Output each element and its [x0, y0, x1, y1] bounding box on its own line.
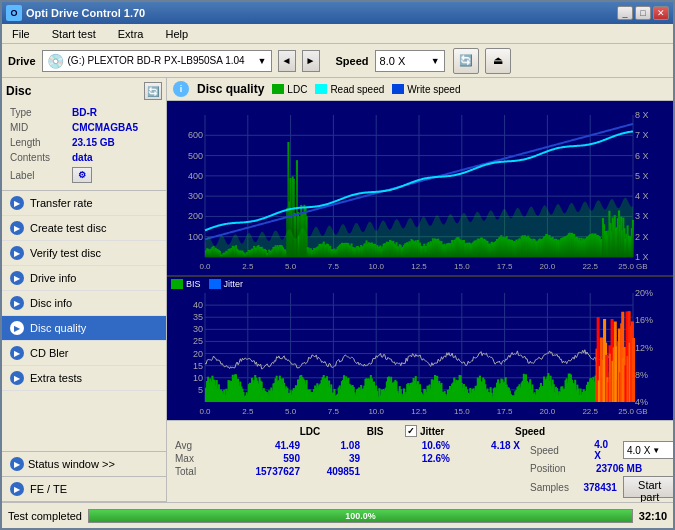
max-label: Max	[175, 453, 230, 464]
read-speed-label: Read speed	[330, 84, 384, 95]
nav-label-transfer-rate: Transfer rate	[30, 197, 93, 209]
nav-label-disc-quality: Disc quality	[30, 322, 86, 334]
samples-value: 378431	[583, 482, 616, 493]
chart-legend: LDC Read speed Write speed	[272, 84, 460, 95]
disc-refresh-button[interactable]: 🔄	[144, 82, 162, 100]
left-panel: Disc 🔄 Type BD-R MID CMCMAGBA5 Length 23…	[2, 78, 167, 502]
disc-info-table: Type BD-R MID CMCMAGBA5 Length 23.15 GB …	[6, 104, 162, 186]
avg-row: Avg 41.49 1.08 10.6% 4.18 X	[175, 439, 520, 452]
nav-item-verify-test-disc[interactable]: ▶ Verify test disc	[2, 241, 166, 266]
speed-value: 8.0 X	[380, 55, 429, 67]
nav-item-disc-info[interactable]: ▶ Disc info	[2, 291, 166, 316]
drive-info-icon: ▶	[10, 271, 24, 285]
drive-value: (G:) PLEXTOR BD-R PX-LB950SA 1.04	[68, 55, 254, 66]
nav-item-cd-bler[interactable]: ▶ CD Bler	[2, 341, 166, 366]
stats-body: Avg 41.49 1.08 10.6% 4.18 X Max 590 39 1…	[175, 439, 665, 498]
type-value: BD-R	[70, 106, 160, 119]
type-label: Type	[8, 106, 68, 119]
fe-te-label: FE / TE	[30, 483, 67, 495]
nav-label-verify-test-disc: Verify test disc	[30, 247, 101, 259]
avg-speed: 4.18 X	[450, 440, 520, 451]
speed-selector[interactable]: 8.0 X ▼	[375, 50, 445, 72]
titlebar: O Opti Drive Control 1.70 _ □ ✕	[2, 2, 673, 24]
menu-start-test[interactable]: Start test	[46, 26, 102, 42]
position-row: Position 23706 MB	[530, 463, 642, 474]
nav-item-transfer-rate[interactable]: ▶ Transfer rate	[2, 191, 166, 216]
maximize-button[interactable]: □	[635, 6, 651, 20]
read-speed-color	[315, 84, 327, 94]
nav-item-extra-tests[interactable]: ▶ Extra tests	[2, 366, 166, 391]
max-row: Max 590 39 12.6%	[175, 452, 520, 465]
length-label: Length	[8, 136, 68, 149]
disc-info-icon: ▶	[10, 296, 24, 310]
total-bis: 409851	[300, 466, 360, 477]
charts-area: BIS Jitter	[167, 101, 673, 420]
status-window-icon: ▶	[10, 457, 24, 471]
label-label: Label	[8, 166, 68, 184]
status-window-button[interactable]: ▶ Status window >>	[2, 452, 166, 477]
jitter-label: Jitter	[224, 279, 244, 289]
disc-title: Disc	[6, 84, 31, 98]
stats-headers: LDC BIS ✓ Jitter Speed	[175, 425, 665, 439]
main-content: Disc 🔄 Type BD-R MID CMCMAGBA5 Length 23…	[2, 78, 673, 502]
avg-jitter: 10.6%	[360, 440, 450, 451]
disc-label-button[interactable]: ⚙	[72, 167, 92, 183]
nav-label-disc-info: Disc info	[30, 297, 72, 309]
bis-color	[171, 279, 183, 289]
main-window: O Opti Drive Control 1.70 _ □ ✕ File Sta…	[0, 0, 675, 530]
minimize-button[interactable]: _	[617, 6, 633, 20]
close-button[interactable]: ✕	[653, 6, 669, 20]
menu-file[interactable]: File	[6, 26, 36, 42]
speed-label: Speed	[336, 55, 369, 67]
contents-label: Contents	[8, 151, 68, 164]
eject-button[interactable]: ⏏	[485, 48, 511, 74]
drive-label: Drive	[8, 55, 36, 67]
samples-row: Samples 378431 Start part	[530, 476, 673, 498]
nav-item-drive-info[interactable]: ▶ Drive info	[2, 266, 166, 291]
transfer-rate-icon: ▶	[10, 196, 24, 210]
speed-rs-value: 4.0 X	[594, 439, 617, 461]
drive-prev-button[interactable]: ◄	[278, 50, 296, 72]
jitter-color	[209, 279, 221, 289]
fe-te-item[interactable]: ▶ FE / TE	[2, 477, 166, 502]
speed-row: Speed 4.0 X 4.0 X ▼	[530, 439, 673, 461]
write-speed-color	[392, 84, 404, 94]
lower-chart-canvas	[167, 277, 673, 420]
bottom-bar: Test completed 100.0% 32:10	[2, 502, 673, 528]
speed-rs-label: Speed	[530, 445, 588, 456]
speed-header: Speed	[495, 426, 565, 437]
fe-te-icon: ▶	[10, 482, 24, 496]
nav-label-cd-bler: CD Bler	[30, 347, 69, 359]
max-ldc: 590	[230, 453, 300, 464]
chart-title: Disc quality	[197, 82, 264, 96]
total-row: Total 15737627 409851	[175, 465, 520, 478]
jitter-header: ✓ Jitter	[405, 425, 495, 437]
drive-next-button[interactable]: ►	[302, 50, 320, 72]
legend-write-speed: Write speed	[392, 84, 460, 95]
total-label: Total	[175, 466, 230, 477]
nav-item-disc-quality[interactable]: ▶ Disc quality	[2, 316, 166, 341]
max-jitter: 12.6%	[360, 453, 450, 464]
start-part-button[interactable]: Start part	[623, 476, 673, 498]
drive-icon: 💿	[47, 53, 64, 69]
app-title: Opti Drive Control 1.70	[26, 7, 145, 19]
avg-label: Avg	[175, 440, 230, 451]
nav-item-create-test-disc[interactable]: ▶ Create test disc	[2, 216, 166, 241]
test-speed-selector[interactable]: 4.0 X ▼	[623, 441, 673, 459]
ldc-header: LDC	[275, 426, 345, 437]
total-ldc: 15737627	[230, 466, 300, 477]
refresh-button[interactable]: 🔄	[453, 48, 479, 74]
test-speed-value: 4.0 X	[627, 445, 650, 456]
jitter-checkbox[interactable]: ✓	[405, 425, 417, 437]
mid-value: CMCMAGBA5	[70, 121, 160, 134]
menu-help[interactable]: Help	[159, 26, 194, 42]
nav-label-extra-tests: Extra tests	[30, 372, 82, 384]
verify-test-disc-icon: ▶	[10, 246, 24, 260]
nav-items: ▶ Transfer rate ▶ Create test disc ▶ Ver…	[2, 191, 166, 451]
menu-extra[interactable]: Extra	[112, 26, 150, 42]
drive-selector[interactable]: 💿 (G:) PLEXTOR BD-R PX-LB950SA 1.04 ▼	[42, 50, 272, 72]
write-speed-label: Write speed	[407, 84, 460, 95]
chart-icon: i	[173, 81, 189, 97]
mid-label: MID	[8, 121, 68, 134]
test-completed-label: Test completed	[8, 510, 82, 522]
